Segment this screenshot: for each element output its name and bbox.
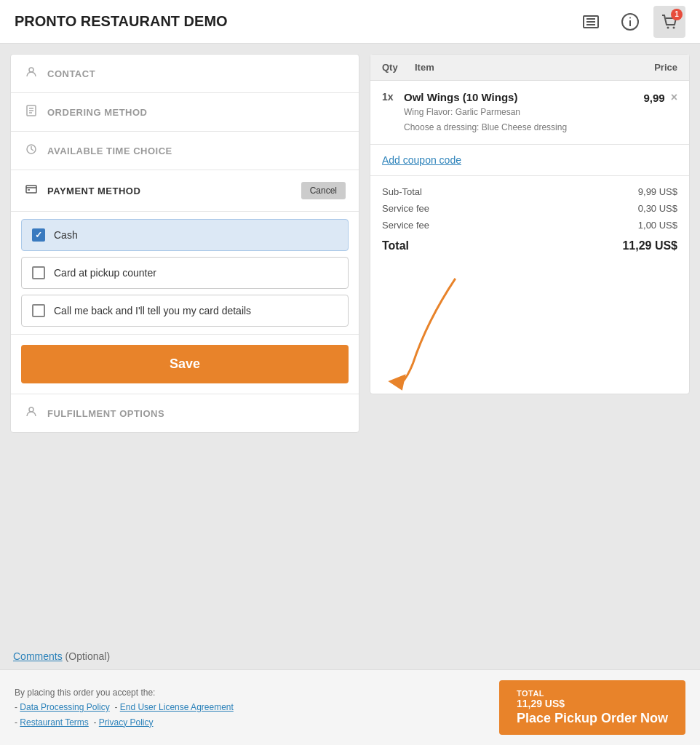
call-back-checkbox[interactable] [32,304,45,317]
subtotal-value: 9,99 US$ [638,186,677,197]
app-header: PRONTO RESTAURANT DEMO 1 [0,0,700,44]
left-panel: CONTACT ORDERING METHOD [10,54,359,433]
comments-row: Comments (Optional) [13,650,690,662]
cash-checkbox[interactable] [32,228,45,242]
grand-total-label: Total [382,239,409,252]
menu-icon-button[interactable] [575,6,607,38]
privacy-policy-link[interactable]: Privacy Policy [99,717,154,728]
data-processing-link[interactable]: Data Processing Policy [20,702,109,712]
order-column-headers: Qty Item Price [370,55,689,81]
comments-optional: (Optional) [65,650,110,662]
grand-total-row: Total 11,29 US$ [382,234,677,255]
comments-area: Comments (Optional) [0,643,700,669]
main-content: CONTACT ORDERING METHOD [0,44,700,643]
ordering-method-icon [24,105,39,119]
add-coupon-link[interactable]: Add coupon code [382,154,461,166]
cancel-button[interactable]: Cancel [301,182,346,199]
order-item-details: Owl Wings (10 Wings) Wing Flavor: Garlic… [404,91,643,134]
svg-rect-17 [26,186,36,193]
order-item-price: 9,99 × [643,91,677,104]
order-item-row: 1x Owl Wings (10 Wings) Wing Flavor: Gar… [382,91,677,134]
service-fee-1-value: 0,30 US$ [638,203,677,214]
menu-icon [581,12,601,32]
svg-point-20 [29,407,33,412]
payment-option-card-pickup[interactable]: Card at pickup counter [21,257,349,289]
service-fee-2-value: 1,00 US$ [638,220,677,231]
payment-method-label: PAYMENT METHOD [47,186,293,196]
svg-point-8 [673,26,675,28]
contact-icon [24,66,39,81]
footer-total-label: TOTAL [517,689,544,698]
place-order-button[interactable]: TOTAL 11,29 US$ Place Pickup Order Now [499,680,685,735]
fulfillment-label: FULFILLMENT OPTIONS [47,408,346,419]
info-icon-button[interactable] [614,6,646,38]
annotation-arrow [370,263,689,394]
grand-total-value: 11,29 US$ [622,239,677,252]
payment-method-section[interactable]: PAYMENT METHOD Cancel [11,170,359,212]
subtotal-row: Sub-Total 9,99 US$ [382,183,677,200]
save-button[interactable]: Save [21,345,349,383]
payment-option-cash[interactable]: Cash [21,219,349,251]
info-icon [620,12,640,32]
order-item-qty: 1x [382,91,404,103]
save-section: Save [11,335,359,394]
service-fee-2-label: Service fee [382,220,429,231]
item-column-header: Item [415,62,627,73]
cash-option-label: Cash [54,229,78,241]
service-fee-row-2: Service fee 1,00 US$ [382,217,677,234]
totals-section: Sub-Total 9,99 US$ Service fee 0,30 US$ … [370,176,689,263]
subtotal-label: Sub-Total [382,186,422,197]
available-time-section[interactable]: AVAILABLE TIME CHOICE [11,132,359,170]
footer: By placing this order you accept the: - … [0,669,700,745]
order-item-desc-line1: Wing Flavor: Garlic Parmesan [404,105,643,119]
header-icon-group: 1 [575,6,685,38]
svg-point-7 [667,26,669,28]
remove-item-button[interactable]: × [671,91,677,104]
right-panel-wrapper: Qty Item Price 1x Owl Wings (10 Wings) W… [370,54,690,394]
order-item-price-value: 9,99 [643,92,664,104]
service-fee-1-label: Service fee [382,203,429,214]
cart-icon-button[interactable]: 1 [653,6,685,38]
eula-link[interactable]: End User License Agreement [120,702,234,712]
ordering-method-section[interactable]: ORDERING METHOD [11,93,359,132]
order-item: 1x Owl Wings (10 Wings) Wing Flavor: Gar… [370,81,689,145]
order-summary-panel: Qty Item Price 1x Owl Wings (10 Wings) W… [370,54,690,394]
fulfillment-icon [24,406,39,421]
footer-total-amount: 11,29 US$ [517,698,565,709]
available-time-icon [24,143,39,158]
price-column-header: Price [627,62,677,73]
comments-link[interactable]: Comments [13,650,63,662]
payment-method-icon [24,183,39,198]
footer-text-line1: By placing this order you accept the: [15,688,155,698]
footer-legal-text: By placing this order you accept the: - … [15,685,234,730]
svg-line-16 [31,149,33,151]
service-fee-row-1: Service fee 0,30 US$ [382,200,677,217]
card-pickup-checkbox[interactable] [32,266,45,279]
app-title: PRONTO RESTAURANT DEMO [15,13,575,30]
available-time-label: AVAILABLE TIME CHOICE [47,146,346,156]
order-item-desc-line2: Choose a dressing: Blue Cheese dressing [404,121,643,134]
payment-options-list: Cash Card at pickup counter Call me back… [11,212,359,335]
place-order-label: Place Pickup Order Now [517,711,668,726]
call-back-option-label: Call me back and I'll tell you my card d… [54,305,251,316]
svg-point-6 [629,17,631,18]
coupon-row: Add coupon code [370,145,689,176]
svg-marker-21 [388,374,405,390]
contact-section[interactable]: CONTACT [11,55,359,93]
ordering-method-label: ORDERING METHOD [47,107,346,118]
order-item-name: Owl Wings (10 Wings) [404,91,643,103]
annotation-area [370,263,689,394]
fulfillment-section[interactable]: FULFILLMENT OPTIONS [11,394,359,432]
payment-option-call-back[interactable]: Call me back and I'll tell you my card d… [21,295,349,327]
contact-label: CONTACT [47,68,346,79]
restaurant-terms-link[interactable]: Restaurant Terms [20,717,88,728]
card-pickup-option-label: Card at pickup counter [54,267,156,279]
svg-point-9 [29,68,33,72]
cart-badge: 1 [671,9,683,20]
qty-column-header: Qty [382,62,415,73]
